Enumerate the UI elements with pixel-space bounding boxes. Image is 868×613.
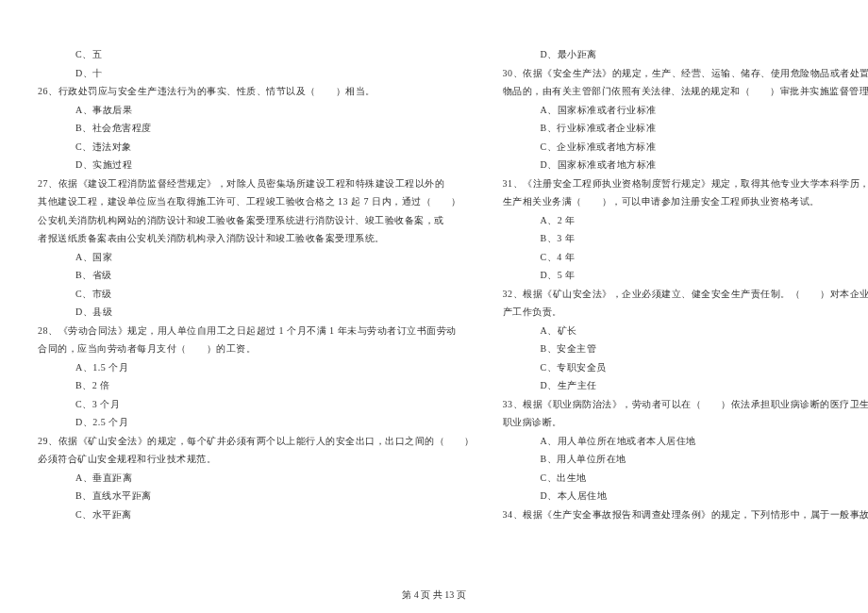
q29-option-d: D、最小距离 <box>503 45 869 64</box>
right-column: D、最小距离 30、依据《安全生产法》的规定，生产、经营、运输、储存、使用危险物… <box>503 45 869 547</box>
q30-option-c: C、企业标准或者地方标准 <box>503 138 869 157</box>
q29-option-b: B、直线水平距离 <box>38 487 475 505</box>
question-33-line1: 33、根据《职业病防治法》，劳动者可以在（ ）依法承担职业病诊断的医疗卫生机构进… <box>503 395 869 414</box>
q33-option-b: B、用人单位所在地 <box>503 450 869 469</box>
q28-option-b: B、2 倍 <box>38 376 475 395</box>
q27-option-c: C、市级 <box>38 285 475 304</box>
q27-option-a: A、国家 <box>38 248 475 267</box>
question-27-line2: 其他建设工程，建设单位应当在取得施工许可、工程竣工验收合格之 13 起 7 日内… <box>38 192 475 211</box>
left-column: C、五 D、十 26、行政处罚应与安全生产违法行为的事实、性质、情节以及（ ）相… <box>38 45 475 547</box>
q27-option-b: B、省级 <box>38 266 475 285</box>
question-28-line1: 28、《劳动合同法》规定，用人单位自用工之日起超过 1 个月不满 1 年未与劳动… <box>38 322 475 340</box>
q28-option-c: C、3 个月 <box>38 395 475 414</box>
page-content: C、五 D、十 26、行政处罚应与安全生产违法行为的事实、性质、情节以及（ ）相… <box>0 0 868 575</box>
question-29-line1: 29、依据《矿山安全法》的规定，每个矿井必须有两个以上能行人的安全出口，出口之间… <box>38 432 475 451</box>
q32-option-c: C、专职安全员 <box>503 358 869 377</box>
q31-option-b: B、3 年 <box>503 229 869 248</box>
q26-option-d: D、实施过程 <box>38 156 475 174</box>
page-footer: 第 4 页 共 13 页 <box>0 588 868 602</box>
q26-option-b: B、社会危害程度 <box>38 119 475 138</box>
option-c: C、五 <box>38 45 475 64</box>
q26-option-a: A、事故后果 <box>38 101 475 120</box>
question-28-line2: 合同的，应当向劳动者每月支付（ ）的工资。 <box>38 340 475 358</box>
question-34: 34、根据《生产安全事故报告和调查处理条例》的规定，下列情形中，属于一般事故的是… <box>503 505 869 524</box>
q29-option-a: A、垂直距离 <box>38 469 475 488</box>
question-26: 26、行政处罚应与安全生产违法行为的事实、性质、情节以及（ ）相当。 <box>38 82 475 101</box>
question-33-line2: 职业病诊断。 <box>503 413 869 432</box>
question-31-line1: 31、《注册安全工程师执业资格制度暂行规定》规定，取得其他专业大学本科学历，从事… <box>503 174 869 193</box>
question-31-line2: 生产相关业务满（ ），可以申请参加注册安全工程师执业资格考试。 <box>503 192 869 211</box>
q26-option-c: C、违法对象 <box>38 138 475 157</box>
q28-option-a: A、1.5 个月 <box>38 358 475 377</box>
q31-option-d: D、5 年 <box>503 266 869 285</box>
q30-option-a: A、国家标准或者行业标准 <box>503 101 869 120</box>
q28-option-d: D、2.5 个月 <box>38 413 475 432</box>
q32-option-d: D、生产主任 <box>503 376 869 395</box>
q29-option-c: C、水平距离 <box>38 505 475 524</box>
q30-option-b: B、行业标准或者企业标准 <box>503 119 869 138</box>
q33-option-d: D、本人居住地 <box>503 487 869 505</box>
q30-option-d: D、国家标准或者地方标准 <box>503 156 869 174</box>
question-32-line2: 产工作负责。 <box>503 303 869 322</box>
q32-option-a: A、矿长 <box>503 322 869 340</box>
q31-option-c: C、4 年 <box>503 248 869 267</box>
question-27-line1: 27、依据《建设工程消防监督经营规定》，对除人员密集场所建设工程和特殊建设工程以… <box>38 174 475 193</box>
q33-option-a: A、用人单位所在地或者本人居住地 <box>503 432 869 451</box>
question-29-line2: 必须符合矿山安全规程和行业技术规范。 <box>38 450 475 469</box>
question-27-line3: 公安机关消防机构网站的消防设计和竣工验收备案受理系统进行消防设计、竣工验收备案，… <box>38 211 475 230</box>
question-32-line1: 32、根据《矿山安全法》，企业必须建立、健全安全生产责任制。（ ）对本企业的安全… <box>503 285 869 304</box>
question-27-line4: 者报送纸质备案表由公安机关消防机构录入消防设计和竣工验收备案受理系统。 <box>38 229 475 248</box>
q33-option-c: C、出生地 <box>503 469 869 488</box>
q32-option-b: B、安全主管 <box>503 340 869 358</box>
question-30-line1: 30、依据《安全生产法》的规定，生产、经营、运输、储存、使用危险物品或者处置废弃… <box>503 64 869 83</box>
question-30-line2: 物品的，由有关主管部门依照有关法律、法规的规定和（ ）审批并实施监督管理。 <box>503 82 869 101</box>
q31-option-a: A、2 年 <box>503 211 869 230</box>
option-d: D、十 <box>38 64 475 83</box>
q27-option-d: D、县级 <box>38 303 475 322</box>
